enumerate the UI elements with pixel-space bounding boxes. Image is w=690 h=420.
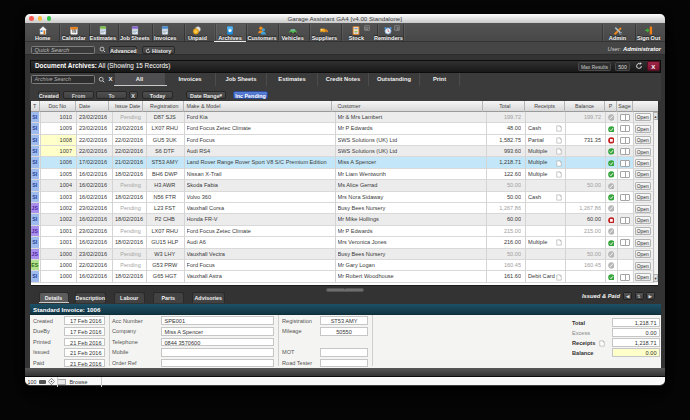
svg-text:15: 15 <box>72 29 77 34</box>
